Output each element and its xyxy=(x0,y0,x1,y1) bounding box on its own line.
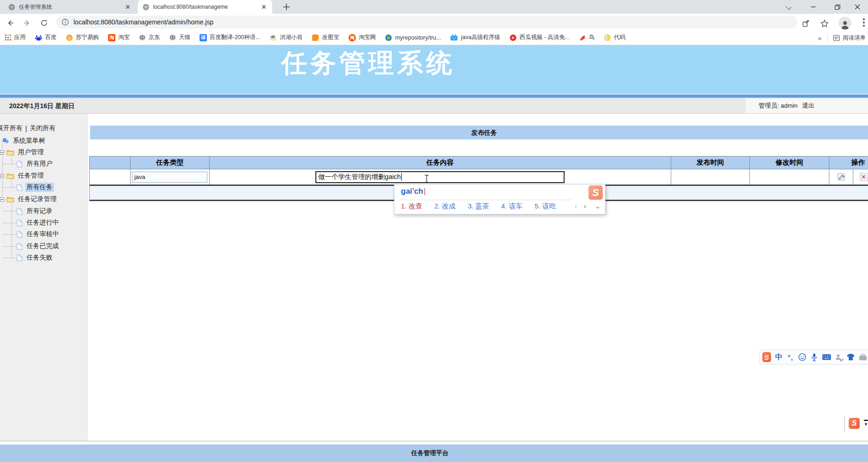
ime-divider xyxy=(399,200,572,200)
sogou-logo-icon: S xyxy=(588,185,603,200)
collapse-box-icon[interactable] xyxy=(0,150,4,155)
ime-prev-page-icon[interactable] xyxy=(575,202,577,210)
tab-close-icon[interactable] xyxy=(124,3,131,11)
bookmark-label: 鸟 xyxy=(589,34,595,41)
emoji-icon[interactable] xyxy=(798,352,806,362)
bookmark-code[interactable]: 代码 xyxy=(604,34,625,41)
folder-icon xyxy=(6,173,14,179)
section-header: 发布任务 xyxy=(90,126,868,139)
page-info-icon[interactable] xyxy=(62,18,69,26)
row-cell-task-type xyxy=(131,169,210,185)
bookmark-taobao[interactable]: 淘 淘宝 xyxy=(108,34,130,41)
delete-button[interactable]: ✕ xyxy=(860,173,868,181)
mini-bar-controls[interactable]: ▬▼ xyxy=(864,417,868,427)
bookmark-suning[interactable]: 苏宁易购 xyxy=(66,34,99,41)
file-icon xyxy=(17,231,23,238)
tree-item-label: 任务审核中 xyxy=(25,230,60,239)
bookmark-bird[interactable]: 鸟 xyxy=(579,34,595,41)
bookmark-star-icon[interactable] xyxy=(819,18,829,29)
virtual-keyboard-icon[interactable] xyxy=(822,352,831,362)
tree-item-task-in-review[interactable]: 任务审核中 xyxy=(17,229,60,239)
task-type-input[interactable] xyxy=(132,172,207,183)
tree-folder-user-mgmt[interactable]: 用户管理 xyxy=(0,147,45,157)
toolbox-icon[interactable] xyxy=(859,352,867,362)
bookmark-baidu-translate[interactable]: 译 百度翻译-200种语... xyxy=(200,34,260,41)
bookmark-baidu[interactable]: 百度 xyxy=(35,34,57,41)
tree-item-task-in-progress[interactable]: 任务进行中 xyxy=(17,218,60,228)
tab-search-chevron-icon[interactable] xyxy=(784,3,794,11)
table-header-row: 任务类型 任务内容 发布时间 修改时间 操作 xyxy=(90,156,868,169)
edit-button[interactable] xyxy=(837,173,845,181)
bookmarks-overflow-icon[interactable] xyxy=(818,34,822,42)
ime-candidate-4[interactable]: 4. 该车 xyxy=(501,202,523,211)
bookmark-label: 淘宝网 xyxy=(359,34,376,41)
drag-handle-icon[interactable] xyxy=(844,416,845,431)
forward-button[interactable] xyxy=(22,17,33,29)
reading-list-button[interactable]: 阅读清单 xyxy=(833,34,867,42)
url-text[interactable]: localhost:8080/taskmanagement/admin/home… xyxy=(74,18,213,26)
admin-label: 管理员: admin xyxy=(759,102,798,109)
bookmark-label: java高级程序猿 xyxy=(461,34,500,41)
collapse-box-icon[interactable] xyxy=(0,197,4,202)
sogou-mini-bar[interactable]: S ▬▼ xyxy=(844,416,868,432)
ime-language-icon[interactable]: 中 xyxy=(775,352,782,362)
tree-item-task-completed[interactable]: 任务已完成 xyxy=(17,241,60,251)
sogou-logo-icon[interactable]: S xyxy=(849,418,860,429)
bookmark-java-programmer[interactable]: java高级程序猿 xyxy=(450,34,500,41)
tree-folder-task-mgmt[interactable]: 任务管理 xyxy=(0,171,45,181)
ime-candidate-5[interactable]: 5. 该吃 xyxy=(535,202,556,211)
tree-folder-record-mgmt[interactable]: 任务记录管理 xyxy=(0,194,58,204)
skin-icon[interactable] xyxy=(846,352,855,362)
ime-next-page-icon[interactable] xyxy=(584,202,586,210)
bookmark-taobao-web[interactable]: 淘 淘宝网 xyxy=(348,34,376,41)
tree-item-all-records[interactable]: 所有记录 xyxy=(17,206,54,216)
ime-caret: | xyxy=(423,187,425,196)
bookmark-jd[interactable]: 京东 xyxy=(139,34,160,41)
tree-root[interactable]: 系统菜单树 xyxy=(2,136,46,146)
share-icon[interactable] xyxy=(801,18,811,29)
reload-button[interactable] xyxy=(39,17,50,29)
bookmark-myrepository[interactable]: myrepository/tru... xyxy=(385,34,441,41)
taobao-icon: 淘 xyxy=(348,34,356,41)
profile-avatar[interactable] xyxy=(839,17,851,29)
divider xyxy=(827,34,828,42)
new-tab-button[interactable] xyxy=(281,2,291,12)
back-button[interactable] xyxy=(5,17,16,29)
collapse-all-link[interactable]: 关闭所有 xyxy=(30,124,56,133)
bookmark-xigua-video[interactable]: 西瓜视频 - 高清免... xyxy=(509,34,570,41)
tree-item-task-failed[interactable]: 任务失败 xyxy=(17,253,54,263)
bookmark-tmall[interactable]: 天猫 xyxy=(169,34,190,41)
paw-icon xyxy=(35,34,42,41)
bookmark-label: 百度翻译-200种语... xyxy=(210,34,260,41)
tab-task-system[interactable]: 任务管理系统 xyxy=(4,0,136,14)
ime-candidates: 1. 改查 2. 改成 3. 盖茶 4. 该车 5. 该吃 xyxy=(401,202,556,211)
tree-item-all-tasks[interactable]: 所有任务 xyxy=(17,182,54,192)
window-minimize-button[interactable] xyxy=(803,0,824,14)
voice-input-icon[interactable] xyxy=(810,352,818,362)
tab-close-icon[interactable] xyxy=(260,3,268,11)
ime-candidate-3[interactable]: 3. 盖茶 xyxy=(468,202,489,211)
collapse-box-icon[interactable] xyxy=(0,174,4,178)
browser-menu-icon[interactable] xyxy=(861,17,867,29)
window-close-button[interactable] xyxy=(847,0,868,14)
address-bar[interactable]: localhost:8080/taskmanagement/admin/home… xyxy=(56,16,797,29)
bookmark-apps[interactable]: 应用 xyxy=(5,34,26,41)
ime-candidate-1[interactable]: 1. 改查 xyxy=(401,202,423,211)
ime-punctuation-icon[interactable]: °, xyxy=(787,352,794,362)
window-maximize-button[interactable] xyxy=(827,0,848,14)
translate-icon: 译 xyxy=(200,34,207,41)
reading-list-icon xyxy=(833,35,840,41)
tree-item-all-users[interactable]: 所有用户 xyxy=(17,159,54,169)
sogou-logo-icon[interactable]: S xyxy=(762,352,771,362)
ime-candidate-2[interactable]: 2. 改成 xyxy=(434,202,456,211)
tree-guide-line xyxy=(11,200,12,258)
play-icon xyxy=(509,34,517,41)
account-level-icon[interactable]: 17 xyxy=(835,352,843,362)
logout-link[interactable]: 退出 xyxy=(802,102,815,109)
task-content-input[interactable]: 做一个学生管理的增删gaich xyxy=(315,171,565,183)
expand-all-link[interactable]: 展开所有 xyxy=(0,124,23,133)
bookmark-honghu[interactable]: 洪湖小肖 xyxy=(269,34,303,41)
bookmark-gaitubao[interactable]: 改图宝 xyxy=(312,34,339,41)
ime-expand-icon[interactable] xyxy=(595,202,601,210)
tab-localhost[interactable]: localhost:8080/taskmanageme xyxy=(138,0,272,14)
